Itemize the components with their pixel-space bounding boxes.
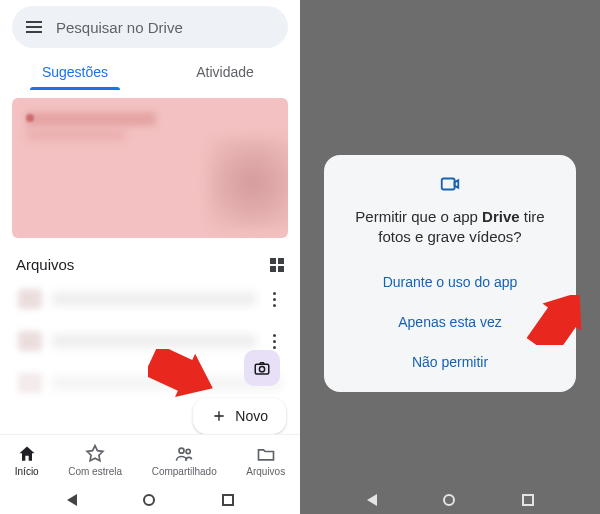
search-placeholder: Pesquisar no Drive xyxy=(56,19,183,36)
nav-label: Início xyxy=(15,466,39,477)
files-section-header: Arquivos xyxy=(0,246,300,277)
star-icon xyxy=(85,444,105,464)
recent-icon[interactable] xyxy=(222,494,234,506)
nav-starred[interactable]: Com estrela xyxy=(68,444,122,477)
option-deny[interactable]: Não permitir xyxy=(346,342,554,382)
svg-point-4 xyxy=(186,449,190,453)
search-bar[interactable]: Pesquisar no Drive xyxy=(12,6,288,48)
nav-files[interactable]: Arquivos xyxy=(246,444,285,477)
home-icon[interactable] xyxy=(443,494,455,506)
file-thumb-icon xyxy=(18,331,42,351)
nav-home[interactable]: Início xyxy=(15,444,39,477)
menu-icon[interactable] xyxy=(26,21,42,33)
permission-dialog-screen: Permitir que o app Drive tire fotos e gr… xyxy=(300,0,600,514)
guide-arrow-icon xyxy=(526,295,594,345)
nav-shared[interactable]: Compartilhado xyxy=(152,444,217,477)
scan-button[interactable] xyxy=(244,350,280,386)
camera-permission-dialog: Permitir que o app Drive tire fotos e gr… xyxy=(324,155,576,392)
tab-activity[interactable]: Atividade xyxy=(150,54,300,90)
back-icon[interactable] xyxy=(67,494,77,506)
files-section-title: Arquivos xyxy=(16,256,74,273)
shared-icon xyxy=(174,444,194,464)
option-while-using[interactable]: Durante o uso do app xyxy=(346,262,554,302)
file-thumb-icon xyxy=(18,373,42,393)
file-more-icon[interactable] xyxy=(266,334,282,349)
svg-marker-2 xyxy=(148,349,216,399)
back-icon[interactable] xyxy=(367,494,377,506)
camera-icon xyxy=(253,359,271,377)
tabs: Sugestões Atividade xyxy=(0,54,300,90)
android-nav-bar xyxy=(300,486,600,514)
dialog-title: Permitir que o app Drive tire fotos e gr… xyxy=(346,207,554,248)
plus-icon xyxy=(211,408,227,424)
svg-marker-6 xyxy=(526,295,594,345)
new-button-label: Novo xyxy=(235,408,268,424)
nav-label: Arquivos xyxy=(246,466,285,477)
drive-app-screen: Pesquisar no Drive Sugestões Atividade A… xyxy=(0,0,300,514)
option-only-this-time[interactable]: Apenas esta vez xyxy=(346,302,554,342)
recent-icon[interactable] xyxy=(522,494,534,506)
file-name-blurred xyxy=(52,292,256,306)
svg-rect-0 xyxy=(255,364,269,374)
grid-view-icon[interactable] xyxy=(270,258,284,272)
svg-point-3 xyxy=(179,448,184,453)
guide-arrow-icon xyxy=(148,349,216,399)
home-icon xyxy=(17,444,37,464)
bottom-nav: Início Com estrela Compartilhado Arquivo… xyxy=(0,434,300,486)
nav-label: Compartilhado xyxy=(152,466,217,477)
svg-point-1 xyxy=(259,367,264,372)
nav-label: Com estrela xyxy=(68,466,122,477)
file-more-icon[interactable] xyxy=(266,292,282,307)
suggestions-card[interactable] xyxy=(12,98,288,238)
folder-icon xyxy=(256,444,276,464)
android-nav-bar xyxy=(0,486,300,514)
new-button[interactable]: Novo xyxy=(193,398,286,434)
svg-rect-5 xyxy=(442,179,455,190)
camera-permission-icon xyxy=(439,173,461,195)
file-thumb-icon xyxy=(18,289,42,309)
tab-suggestions[interactable]: Sugestões xyxy=(0,54,150,90)
home-icon[interactable] xyxy=(143,494,155,506)
file-row[interactable] xyxy=(12,279,288,319)
file-name-blurred xyxy=(52,334,256,348)
